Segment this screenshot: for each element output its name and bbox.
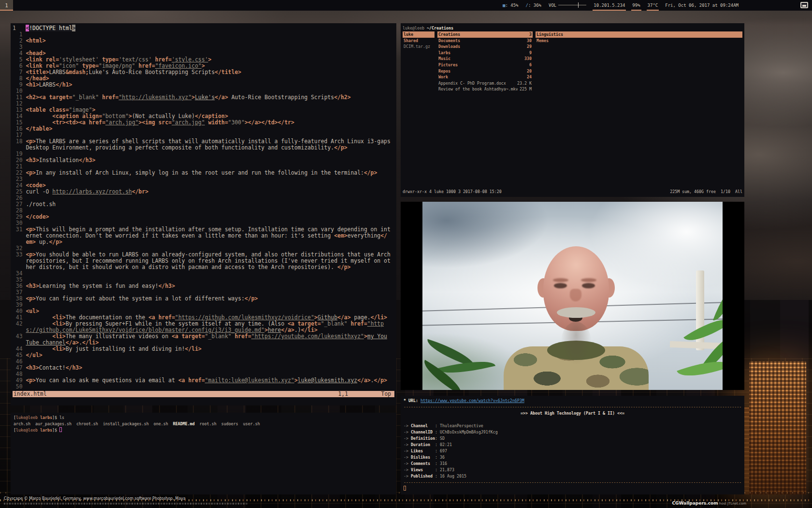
shell-prompt-line: [luke@leeb larbs]$ ls	[14, 415, 393, 421]
white-rail	[670, 341, 723, 349]
code-text: <p>You can figure out about the system i…	[26, 296, 390, 302]
wallpaper-building-lit	[749, 361, 806, 494]
wallpaper-fineprint	[4, 503, 248, 505]
volume-slider-track	[558, 5, 586, 5]
editor-line: 27./root.sh	[13, 201, 394, 208]
workspace-button-1[interactable]: 1	[0, 0, 13, 11]
ranger-user-host: luke@leeb	[403, 26, 427, 30]
file-row[interactable]: Repos20	[437, 68, 533, 75]
display-icon	[800, 2, 808, 8]
code-text: <tr><td><a href="arch.jpg"><img src="arc…	[26, 120, 390, 126]
file-row[interactable]: Review of the book Ashtadhya~.mkv225 M	[437, 86, 533, 92]
editor-line: 3	[13, 44, 394, 50]
editor-line: 20<h3>Installation</h3>	[13, 157, 394, 164]
person-brow	[581, 278, 596, 282]
video-player-window[interactable]	[401, 202, 744, 390]
blank-row	[404, 417, 741, 423]
datetime-value: Fri, Oct 06, 2017 at 09:24AM	[665, 3, 739, 8]
video-meta-row: -> Published : 16 Aug 2015	[404, 473, 741, 479]
editor-line: 28	[13, 208, 394, 214]
video-info-terminal-window[interactable]: * URL: https://www.youtube.com/watch?v=6…	[401, 396, 744, 494]
memory-value: : 45%	[505, 3, 518, 8]
editor-line: 44 <li>By just installing it and diving …	[13, 346, 394, 352]
volume-slider[interactable]	[558, 0, 586, 11]
terminal-cursor	[404, 486, 406, 491]
code-text	[26, 384, 390, 390]
file-row[interactable]: Appendix C- PhD Program.docx23.2 K	[437, 80, 533, 87]
memory-block: ▦: 45%	[503, 0, 519, 11]
editor-line: 50	[13, 384, 394, 390]
battery-block: 99%	[632, 0, 640, 11]
ranger-titlebar: luke@leeb ~/Creations	[403, 25, 742, 31]
file-row[interactable]: Music330	[437, 56, 533, 62]
file-row[interactable]: Documents30	[437, 38, 533, 44]
ranger-current-column: Creations3Documents30Downloads29larbs9Mu…	[437, 31, 533, 189]
person-eye	[582, 283, 595, 288]
file-row[interactable]: Work24	[437, 74, 533, 80]
editor-line: 9<h1>LARBS</h1>	[13, 82, 394, 88]
code-text: <h2><a target="_blank" href="http://luke…	[26, 94, 390, 101]
desktop: 1 ▦: 45% /: 36% VOL 10.201.5.234 99% 37°…	[0, 0, 812, 508]
wallpaper-credit-site: CGWallpapers.com host JTLnet.com	[672, 497, 746, 507]
code-text	[26, 176, 390, 182]
vim-filename: index.html	[13, 391, 47, 397]
volume-slider-thumb[interactable]	[578, 2, 579, 8]
code-text: <li>By just installing it and diving in!…	[26, 346, 390, 352]
code-text	[26, 44, 390, 50]
file-row[interactable]: Pictures6	[437, 62, 533, 68]
preview-dir-item[interactable]: Memes	[536, 38, 742, 44]
editor-line: 31<p>This will begin a prompt and the in…	[13, 226, 394, 245]
ranger-statusline: drwxr-xr-x 4 luke 1000 3 2017-08-08 15:2…	[403, 189, 742, 195]
parent-dir-item[interactable]: DCIM.tar.gz	[403, 44, 435, 50]
editor-line: 33<p>You should be able to run LARBS on …	[13, 252, 394, 270]
editor-line: 39	[13, 302, 394, 308]
ip-address: 10.201.5.234	[594, 3, 625, 8]
file-row[interactable]: Creations3	[437, 31, 533, 38]
shell-output: [luke@leeb larbs]$ lsarch.sh aur_package…	[14, 415, 393, 433]
editor-line: 25curl -O http://larbs.xyz/root.sh</br>	[13, 189, 394, 195]
editor-line: 22<p>In any install of Arch Linux, simpl…	[13, 170, 394, 176]
code-text: <p>In any install of Arch Linux, simply …	[26, 170, 390, 176]
ranger-disk-usage: 225M sum, 460G free 1/10 All	[670, 189, 742, 195]
person-nose	[570, 289, 581, 301]
editor-line: 1<!DOCTYPE html>	[13, 25, 394, 31]
editor-line: 45</ul>	[13, 352, 394, 359]
code-text	[26, 270, 390, 277]
code-text: curl -O http://larbs.xyz/root.sh</br>	[26, 189, 390, 195]
video-meta-row: -> Likes : 697	[404, 448, 741, 454]
battery-value: 99%	[632, 3, 640, 8]
code-text	[26, 31, 390, 38]
vim-scroll-position: Top	[381, 391, 392, 397]
code-text: <li>The many illustrative videos on <a t…	[26, 333, 390, 346]
preview-dir-item[interactable]: Linguistics	[536, 31, 742, 38]
terminal-cursor-row	[404, 486, 741, 492]
video-title: =>> About High Technology (Part I & II) …	[404, 410, 741, 417]
code-text: ./root.sh	[26, 201, 390, 208]
clock-block: Fri, Oct 06, 2017 at 09:24AM	[665, 0, 739, 11]
code-text: <h3>Contact!</h3>	[26, 365, 390, 371]
file-manager-window[interactable]: luke@leeb ~/Creations lukeSharedDCIM.tar…	[401, 23, 744, 197]
line-number: 33	[13, 252, 23, 270]
separator-line: ----------------------------------------…	[404, 404, 741, 410]
editor-window[interactable]: 1<!DOCTYPE html>1 2<html>3 4<head>5<link…	[11, 23, 396, 405]
vim-statusline: index.html 1,1Top	[13, 391, 394, 397]
editor-line: 7<title>LARBS&mdash;Luke's Auto-Rice Boo…	[13, 69, 394, 75]
code-text: </ul>	[26, 352, 390, 359]
editor-line: 36<h3>Learning the system is fun and eas…	[13, 283, 394, 289]
video-frame[interactable]	[422, 202, 723, 390]
shell-terminal-window[interactable]: [luke@leeb larbs]$ lsarch.sh aur_package…	[11, 413, 396, 494]
ranger-file-permissions: drwxr-xr-x 4 luke 1000 3 2017-08-08 15:2…	[403, 189, 502, 195]
file-row[interactable]: Downloads29	[437, 44, 533, 50]
line-number: 31	[13, 226, 23, 245]
video-meta-row: -> Definition: SD	[404, 435, 741, 442]
person-moustache	[557, 307, 595, 318]
parent-dir-item[interactable]: luke	[403, 31, 435, 38]
video-url-link[interactable]: https://www.youtube.com/watch?v=6Jntc2n6…	[420, 398, 524, 403]
parent-dir-item[interactable]: Shared	[403, 38, 435, 44]
code-text: </head>	[26, 75, 390, 82]
file-row[interactable]: larbs9	[437, 50, 533, 56]
code-text: <h3>Learning the system is fun and easy!…	[26, 283, 390, 289]
video-metadata: -> Channel : ThuleanPerspective-> Channe…	[404, 423, 741, 479]
statusbar-blocks: ▦: 45% /: 36% VOL 10.201.5.234 99% 37°C …	[503, 0, 739, 11]
code-text: <p>You can also ask me questions via ema…	[26, 377, 390, 384]
